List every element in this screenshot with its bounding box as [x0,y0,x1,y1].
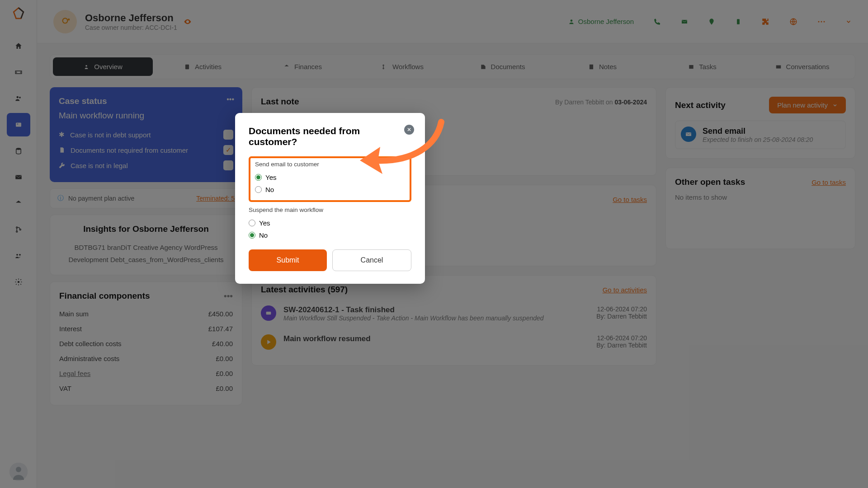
radio-icon [255,174,262,181]
cancel-button[interactable]: Cancel [332,249,411,271]
modal-close-button[interactable]: ✕ [404,125,414,135]
radio-icon [255,186,262,193]
highlighted-radio-group: Send email to customer Yes No [249,156,411,202]
radio-group-label: Send email to customer [255,161,405,168]
submit-button[interactable]: Submit [249,249,327,271]
radio-group-label: Suspend the main workflow [249,206,411,213]
radio-icon [249,220,255,226]
suspend-workflow-group: Suspend the main workflow Yes No [249,206,411,241]
modal-backdrop[interactable] [0,0,868,488]
radio-icon [249,232,255,239]
radio-suspend-yes[interactable]: Yes [249,217,411,229]
radio-send-email-no[interactable]: No [255,183,405,196]
modal-title: Documents needed from customer? [249,126,411,147]
documents-needed-modal: Documents needed from customer? ✕ Send e… [235,113,425,284]
radio-suspend-no[interactable]: No [249,229,411,241]
radio-send-email-yes[interactable]: Yes [255,171,405,183]
